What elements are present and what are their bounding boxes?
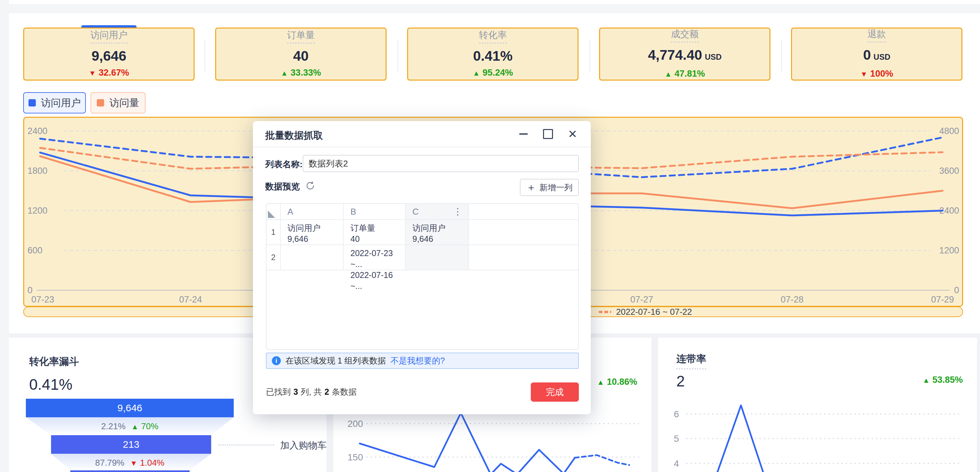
triangle-up-icon: ▲ <box>473 69 480 77</box>
kpi-value: 0.41% <box>473 48 512 64</box>
done-button[interactable]: 完成 <box>531 383 579 402</box>
svg-text:4: 4 <box>674 458 679 469</box>
cell-c2[interactable] <box>406 245 469 269</box>
funnel-stage-bar-visitors[interactable]: 9,646 <box>26 399 234 417</box>
funnel-card-title: 转化率漏斗 <box>29 356 79 367</box>
svg-text:1200: 1200 <box>939 246 959 255</box>
refresh-icon[interactable] <box>305 181 315 191</box>
table-row: 1 访问用户9,646 订单量40 访问用户9,646 <box>267 220 578 245</box>
dashboard-screen: 访问用户 9,646 ▼32.67% 订单量 40 ▲33.33% 转化率 0.… <box>0 0 980 472</box>
svg-text:0: 0 <box>27 285 32 295</box>
svg-text:07-28: 07-28 <box>781 295 803 305</box>
not-what-i-want-link[interactable]: 不是我想要的? <box>391 355 445 366</box>
series-toggle-visit-users[interactable]: 访问用户 <box>23 92 86 113</box>
kpi-label: 成交额 <box>671 29 699 43</box>
kpi-card-orders[interactable]: 订单量 40 ▲33.33% <box>215 27 387 81</box>
kpi-delta: ▲95.24% <box>473 68 513 78</box>
svg-text:5: 5 <box>674 434 679 444</box>
list-name-label: 列表名称: <box>265 159 303 170</box>
minimize-button[interactable] <box>519 128 528 140</box>
cell-a1[interactable]: 访问用户9,646 <box>281 220 344 244</box>
cell-a2[interactable] <box>281 245 344 269</box>
kpi-card-gmv[interactable]: 成交额 4,774.40USD ▲47.81% <box>599 27 770 81</box>
kpi-divider <box>589 40 590 71</box>
kpi-divider <box>398 40 398 71</box>
corner-triangle-icon <box>268 210 275 218</box>
detection-info-bar: i 在该区域发现 1 组列表数据 不是我想要的? <box>266 352 579 369</box>
column-header-a[interactable]: A <box>281 204 344 219</box>
svg-text:4800: 4800 <box>939 126 959 136</box>
svg-text:2400: 2400 <box>27 126 48 136</box>
column-header-b[interactable]: B <box>344 204 406 219</box>
series-toggle-visits[interactable]: 访问量 <box>91 92 146 113</box>
svg-text:07-29: 07-29 <box>931 295 954 305</box>
svg-text:1800: 1800 <box>27 166 48 176</box>
funnel-stage-bar-next[interactable] <box>70 470 189 472</box>
kpi-delta: ▼100% <box>860 69 893 79</box>
svg-text:200: 200 <box>347 419 363 429</box>
blue-square-icon <box>29 99 36 107</box>
orange-dash-icon <box>599 311 611 313</box>
add-column-button[interactable]: ＋ 新增一列 <box>520 179 579 196</box>
cell-c1[interactable]: 访问用户9,646 <box>406 220 469 244</box>
kpi-value: 9,646 <box>92 48 126 64</box>
funnel-transition-rate: 87.79% ▼1.04% <box>26 458 234 468</box>
triangle-up-icon: ▲ <box>281 69 288 77</box>
select-all-corner[interactable] <box>267 204 281 219</box>
triangle-down-icon: ▼ <box>860 70 868 78</box>
svg-text:3600: 3600 <box>939 166 959 176</box>
close-icon[interactable]: ✕ <box>568 128 578 140</box>
funnel-transition-rate: 2.21% ▲70% <box>26 421 234 432</box>
table-row: 2 2022-07-23 ~...2022-07-16 ~... <box>267 245 578 270</box>
svg-text:150: 150 <box>347 452 363 462</box>
triangle-down-icon: ▼ <box>89 69 96 77</box>
row-number: 1 <box>267 220 281 244</box>
svg-text:600: 600 <box>27 246 43 255</box>
batch-capture-modal: 批量数据抓取 ✕ 列表名称: 数据预览 ＋ 新增一列 A B <box>253 121 591 414</box>
triangle-down-icon: ▼ <box>130 459 137 467</box>
kpi-label: 转化率 <box>479 30 507 44</box>
row-number: 2 <box>267 245 281 269</box>
svg-text:07-27: 07-27 <box>630 295 653 305</box>
kpi-value: 4,774.40USD <box>648 48 721 65</box>
page-background-band <box>0 4 980 13</box>
kpi-divider <box>205 40 205 71</box>
data-preview-table: A B C⋮ 1 访问用户9,646 订单量40 访问用户9,646 2 202… <box>266 203 579 350</box>
kpi-card-conversion[interactable]: 转化率 0.41% ▲95.24% <box>407 27 579 81</box>
maximize-button[interactable] <box>543 128 553 140</box>
cell-b1[interactable]: 订单量40 <box>344 220 406 244</box>
funnel-connector-line <box>218 445 274 445</box>
kpi-delta: ▲47.81% <box>665 69 705 79</box>
funnel-stage-label: 加入购物车 <box>280 439 326 452</box>
column-menu-icon[interactable]: ⋮ <box>453 206 462 217</box>
kpi-delta: ▲33.33% <box>281 68 321 78</box>
triangle-up-icon: ▲ <box>665 70 672 78</box>
toggle-label: 访问量 <box>110 96 139 110</box>
svg-text:07-23: 07-23 <box>31 295 54 305</box>
cell-b2[interactable]: 2022-07-23 ~...2022-07-16 ~... <box>344 245 406 269</box>
column-header-c[interactable]: C⋮ <box>406 204 469 219</box>
list-name-input[interactable] <box>303 155 579 172</box>
svg-text:0: 0 <box>954 285 959 295</box>
kpi-unit: USD <box>705 53 722 61</box>
kpi-unit: USD <box>873 53 891 61</box>
funnel-metric-value: 0.41% <box>29 375 72 393</box>
info-icon: i <box>272 356 281 365</box>
toggle-label: 访问用户 <box>41 96 81 110</box>
svg-text:6: 6 <box>674 409 679 419</box>
detection-info-text: 在该区域发现 1 组列表数据 <box>285 355 386 366</box>
funnel-stage-bar-add-to-cart[interactable]: 213 <box>51 435 211 454</box>
found-summary: 已找到3列, 共2条数据 <box>266 386 357 397</box>
kpi-card-refunds[interactable]: 退款 0USD ▼100% <box>791 27 963 81</box>
attach-rate-card: 连带率 2 ▲53.85% 654 <box>658 338 977 472</box>
kpi-card-visit-users[interactable]: 访问用户 9,646 ▼32.67% <box>23 27 195 81</box>
modal-title: 批量数据抓取 <box>265 129 323 142</box>
triangle-up-icon: ▲ <box>131 423 138 431</box>
kpi-label: 退款 <box>868 29 886 43</box>
legend-item-previous-period[interactable]: 2022-07-16 ~ 07-22 <box>599 307 692 317</box>
attach-trend-chart-canvas: 654 <box>658 338 977 472</box>
svg-text:1200: 1200 <box>27 206 48 215</box>
orange-square-icon <box>97 99 104 107</box>
modal-header: 批量数据抓取 ✕ <box>253 121 591 147</box>
kpi-divider <box>781 40 782 71</box>
